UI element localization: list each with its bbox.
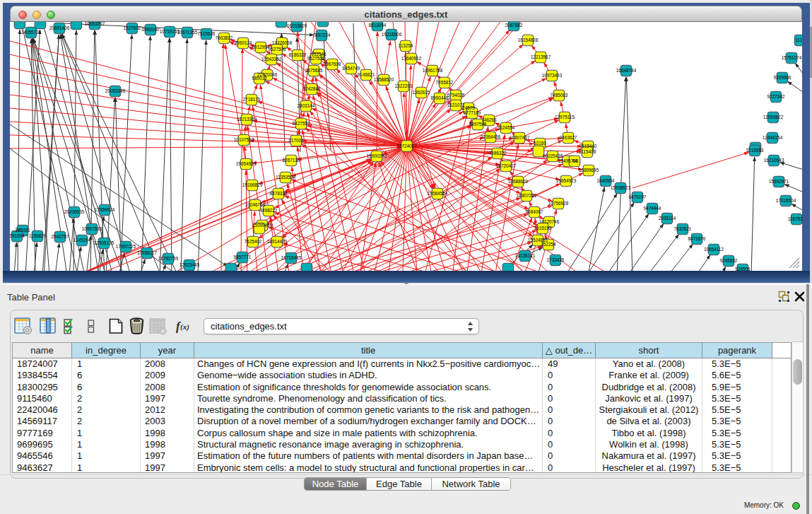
- svg-text:19218506: 19218506: [382, 32, 402, 37]
- svg-text:1145194: 1145194: [73, 238, 91, 243]
- svg-text:9463627: 9463627: [560, 135, 577, 140]
- svg-text:6966160: 6966160: [142, 27, 160, 32]
- svg-text:12923445: 12923445: [180, 262, 200, 267]
- svg-text:217004: 217004: [288, 138, 304, 143]
- svg-text:12444154: 12444154: [763, 135, 783, 140]
- svg-text:15720407: 15720407: [496, 163, 517, 168]
- svg-text:3115408: 3115408: [579, 149, 596, 154]
- svg-text:18724007: 18724007: [396, 144, 417, 148]
- svg-text:6479197: 6479197: [629, 194, 647, 199]
- svg-text:10997588: 10997588: [82, 226, 102, 231]
- svg-text:8454749: 8454749: [343, 66, 360, 71]
- svg-text:14136141: 14136141: [515, 253, 536, 258]
- svg-text:7515526: 7515526: [198, 31, 216, 36]
- svg-text:9084067: 9084067: [526, 209, 543, 214]
- svg-text:8878332: 8878332: [270, 191, 288, 196]
- svg-text:1527602: 1527602: [124, 25, 141, 30]
- svg-text:8912954: 8912954: [252, 45, 270, 49]
- svg-text:20691406: 20691406: [49, 25, 70, 30]
- svg-text:9527506: 9527506: [269, 47, 286, 52]
- svg-text:12213369: 12213369: [237, 117, 257, 122]
- svg-text:1362615: 1362615: [413, 90, 430, 95]
- svg-text:15692971: 15692971: [769, 179, 789, 184]
- svg-text:9527508: 9527508: [307, 56, 325, 61]
- svg-text:3624554: 3624554: [498, 125, 515, 130]
- svg-text:6794028: 6794028: [447, 93, 465, 98]
- svg-text:2803144: 2803144: [298, 103, 315, 108]
- svg-text:19654923: 19654923: [236, 161, 257, 166]
- svg-text:10654112: 10654112: [704, 247, 724, 252]
- svg-text:9474444: 9474444: [644, 206, 661, 211]
- svg-text:7485063: 7485063: [551, 93, 568, 98]
- svg-text:9329966: 9329966: [774, 75, 792, 80]
- svg-text:14055721: 14055721: [21, 30, 42, 35]
- svg-text:9857771: 9857771: [234, 255, 252, 259]
- svg-text:8813054: 8813054: [369, 23, 387, 28]
- svg-text:9777169: 9777169: [464, 110, 481, 115]
- svg-text:924506: 924506: [735, 267, 751, 271]
- svg-text:12213967: 12213967: [531, 54, 551, 59]
- svg-text:18807249: 18807249: [517, 193, 537, 198]
- svg-text:15751074: 15751074: [782, 55, 802, 60]
- svg-text:9245652: 9245652: [720, 258, 738, 263]
- svg-text:16648784: 16648784: [616, 68, 637, 73]
- svg-text:9242848: 9242848: [303, 86, 321, 91]
- svg-text:8186328: 8186328: [289, 52, 307, 57]
- svg-text:16120746: 16120746: [539, 219, 560, 224]
- svg-text:2967608: 2967608: [324, 62, 341, 66]
- svg-text:16033809: 16033809: [287, 23, 307, 28]
- svg-text:10025438: 10025438: [543, 153, 563, 158]
- svg-text:7632621: 7632621: [674, 226, 692, 231]
- svg-text:2942757: 2942757: [52, 234, 69, 239]
- svg-text:3875685: 3875685: [305, 68, 323, 73]
- svg-text:12505135: 12505135: [94, 240, 114, 245]
- svg-text:9227342: 9227342: [767, 94, 785, 99]
- svg-text:1322203: 1322203: [395, 83, 413, 88]
- svg-text:16782759: 16782759: [158, 256, 179, 261]
- svg-text:19716485: 19716485: [281, 255, 302, 260]
- svg-text:13226058: 13226058: [272, 40, 293, 45]
- svg-text:12093822: 12093822: [763, 115, 784, 119]
- svg-text:8990448: 8990448: [431, 95, 449, 100]
- svg-text:10688609: 10688609: [508, 179, 529, 184]
- svg-text:7955812: 7955812: [436, 80, 454, 85]
- svg-text:13640910: 13640910: [401, 56, 422, 61]
- svg-text:6497568: 6497568: [469, 122, 487, 127]
- svg-text:10671355: 10671355: [177, 30, 198, 35]
- svg-text:15099489: 15099489: [252, 223, 273, 228]
- svg-text:391594: 391594: [10, 233, 25, 238]
- svg-text:16154808: 16154808: [518, 37, 539, 42]
- svg-text:62160: 62160: [534, 141, 546, 146]
- svg-text:7625402: 7625402: [245, 239, 262, 244]
- svg-text:3215953: 3215953: [746, 148, 764, 153]
- svg-text:10653267: 10653267: [85, 22, 105, 26]
- svg-text:1640954: 1640954: [597, 178, 615, 183]
- svg-text:24579: 24579: [462, 105, 475, 110]
- svg-text:19654923: 19654923: [556, 178, 577, 183]
- svg-text:1733426: 1733426: [547, 257, 565, 262]
- svg-text:16914479: 16914479: [267, 239, 288, 244]
- svg-text:10756928: 10756928: [548, 201, 569, 206]
- svg-text:2718176: 2718176: [243, 97, 261, 102]
- svg-text:1112: 1112: [795, 37, 802, 42]
- svg-text:2935114: 2935114: [659, 216, 676, 221]
- svg-text:7986322: 7986322: [489, 151, 507, 156]
- svg-text:20053346: 20053346: [105, 88, 126, 93]
- svg-text:17359924: 17359924: [95, 207, 115, 212]
- svg-text:7663822: 7663822: [216, 35, 233, 40]
- svg-text:7857224: 7857224: [313, 33, 331, 37]
- svg-text:10046766: 10046766: [245, 202, 266, 207]
- svg-text:9146821: 9146821: [358, 72, 375, 77]
- svg-text:10899695: 10899695: [579, 168, 599, 173]
- svg-text:16210643: 16210643: [764, 158, 784, 163]
- svg-text:10543362: 10543362: [261, 57, 282, 62]
- svg-text:2087682: 2087682: [505, 23, 523, 28]
- svg-text:10107552: 10107552: [234, 137, 254, 142]
- svg-text:1615192: 1615192: [534, 226, 552, 230]
- svg-text:11353594: 11353594: [276, 175, 295, 180]
- svg-text:8427552: 8427552: [293, 121, 310, 126]
- svg-text:44: 44: [572, 158, 577, 163]
- svg-text:1167534: 1167534: [788, 216, 802, 221]
- svg-text:989012: 989012: [252, 76, 267, 81]
- svg-text:20206535: 20206535: [64, 209, 85, 214]
